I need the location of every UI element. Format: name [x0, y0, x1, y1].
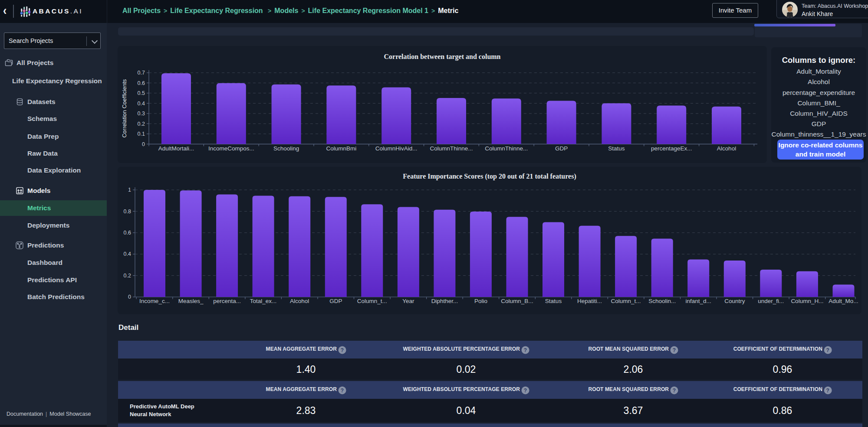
svg-text:Column_t...: Column_t...: [357, 298, 387, 304]
svg-text:0.5: 0.5: [138, 90, 145, 96]
svg-text:Column_B...: Column_B...: [501, 298, 533, 304]
svg-text:Alcohol: Alcohol: [290, 298, 309, 304]
svg-text:Alcohol: Alcohol: [717, 145, 736, 152]
svg-text:0.3: 0.3: [138, 111, 145, 117]
svg-text:ColumnThinne...: ColumnThinne...: [485, 145, 528, 152]
svg-text:Column_H...: Column_H...: [791, 298, 823, 304]
svg-text:Hepatiti...: Hepatiti...: [577, 298, 602, 304]
svg-text:0.4: 0.4: [138, 101, 145, 107]
svg-text:IncomeCompos...: IncomeCompos...: [208, 145, 254, 152]
svg-text:Year: Year: [402, 298, 414, 304]
svg-text:0: 0: [128, 294, 131, 300]
svg-text:1: 1: [128, 187, 131, 193]
svg-text:Status: Status: [545, 298, 562, 304]
svg-text:AdultMortali...: AdultMortali...: [158, 145, 194, 152]
svg-text:0.2: 0.2: [124, 273, 131, 279]
svg-text:infant_d...: infant_d...: [686, 298, 711, 304]
svg-text:Polio: Polio: [474, 298, 487, 304]
svg-text:ColumnHivAid...: ColumnHivAid...: [375, 145, 418, 152]
svg-text:0.6: 0.6: [138, 80, 145, 86]
svg-text:Schooling: Schooling: [273, 145, 299, 152]
svg-text:GDP: GDP: [555, 145, 568, 152]
svg-text:Total_ex...: Total_ex...: [250, 298, 277, 304]
svg-text:Feature Importance Scores (top: Feature Importance Scores (top 20 out of…: [403, 173, 576, 180]
svg-text:ColumnBmi: ColumnBmi: [326, 145, 357, 152]
svg-text:0.7: 0.7: [138, 70, 145, 76]
svg-text:under_fi...: under_fi...: [758, 298, 784, 304]
svg-text:Income_c...: Income_c...: [139, 298, 170, 304]
svg-text:ColumnThinne...: ColumnThinne...: [430, 145, 473, 152]
svg-text:Schoolin...: Schoolin...: [648, 298, 676, 304]
svg-text:0.6: 0.6: [124, 230, 131, 236]
svg-text:percentageEx...: percentageEx...: [651, 145, 692, 152]
svg-text:Diphther...: Diphther...: [431, 298, 458, 304]
svg-text:Status: Status: [608, 145, 625, 152]
svg-text:Column_t...: Column_t...: [611, 298, 641, 304]
svg-text:0.8: 0.8: [124, 209, 131, 215]
svg-text:0.2: 0.2: [138, 121, 145, 127]
svg-text:Measles_: Measles_: [178, 298, 204, 304]
svg-text:percenta...: percenta...: [213, 298, 241, 304]
svg-text:Country: Country: [724, 298, 745, 304]
svg-text:0.4: 0.4: [124, 251, 131, 257]
svg-text:Correlation between target and: Correlation between target and column: [384, 53, 501, 61]
svg-text:0.1: 0.1: [138, 131, 145, 137]
svg-text:0: 0: [142, 141, 145, 147]
svg-text:Correlation Coefficients: Correlation Coefficients: [121, 79, 128, 137]
svg-text:GDP: GDP: [329, 298, 342, 304]
svg-text:Adult_Mo...: Adult_Mo...: [829, 298, 858, 304]
